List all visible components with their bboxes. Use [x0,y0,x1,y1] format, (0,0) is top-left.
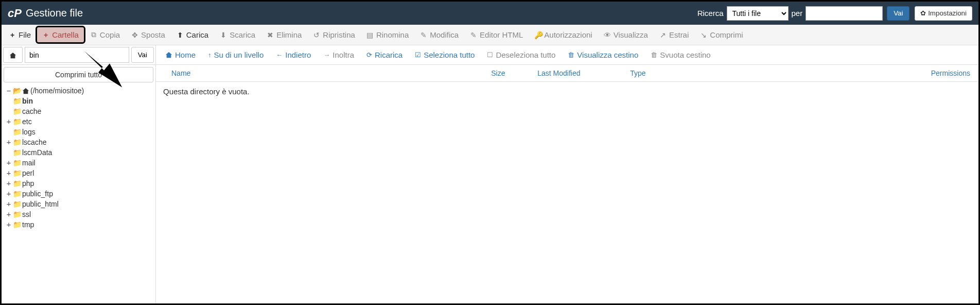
reload-icon: ⟳ [366,51,372,59]
expand-toggle-icon[interactable]: + [6,221,12,229]
tree-item[interactable]: 📁cache [6,106,153,116]
edit-button[interactable]: ✎ Modifica [415,27,464,42]
rename-button[interactable]: ▤ Rinomina [361,27,414,42]
view-button[interactable]: 👁 Visualizza [599,27,653,42]
deselect-all-button[interactable]: ☐ Deseleziona tutto [482,48,561,62]
copy-button[interactable]: ⧉ Copia [85,27,125,42]
collapse-all-button[interactable]: Comprimi tutto [4,67,153,82]
expand-toggle-icon[interactable]: + [6,200,12,208]
tree-item-label[interactable]: public_html [22,200,59,208]
tree-item-label[interactable]: etc [22,117,32,126]
tree-item[interactable]: 📁lscmData [6,147,153,158]
nav-back-button[interactable]: ← Indietro [271,48,316,62]
pencil-icon: ✎ [420,31,427,39]
search-input[interactable] [806,6,883,21]
column-modified[interactable]: Last Modified [531,69,624,77]
tree-item-label[interactable]: ssl [22,210,31,218]
plus-icon: + [9,31,16,39]
table-header: Name Size Last Modified Type Permissions [156,65,978,82]
download-button[interactable]: ⬇ Scarica [215,27,260,42]
collapse-toggle-icon[interactable]: − [6,87,12,95]
up-arrow-icon: ↑ [208,51,212,59]
new-folder-button[interactable]: + Cartella [37,27,84,42]
tree-item-label[interactable]: php [22,179,34,188]
tree-item[interactable]: +📁lscache [6,137,153,147]
tree-item-label[interactable]: bin [22,97,33,105]
column-size[interactable]: Size [485,69,531,77]
select-all-button[interactable]: ☑ Seleziona tutto [410,48,480,62]
column-type[interactable]: Type [624,69,706,77]
tree-item-label[interactable]: lscache [22,138,46,146]
trash-icon: 🗑 [651,51,657,59]
column-permissions[interactable]: Permissions [706,69,978,77]
nav-home-button[interactable]: Home [160,48,201,62]
expand-toggle-icon[interactable]: + [6,138,12,146]
extract-icon: ↗ [659,31,667,39]
settings-button[interactable]: ✿ Impostazioni [915,6,972,21]
nav-reload-button[interactable]: ⟳ Ricarica [361,48,408,62]
upload-icon: ⬆ [177,31,184,39]
permissions-button[interactable]: 🔑 Autorizzazioni [529,27,597,42]
expand-toggle-icon[interactable]: + [6,159,12,167]
move-icon: ✥ [131,31,138,39]
tree-item[interactable]: +📁perl [6,168,153,178]
tree-item-label[interactable]: public_ftp [22,190,53,198]
tree-item[interactable]: +📁public_ftp [6,189,153,199]
check-square-icon: ☑ [415,51,421,59]
tree-item-label[interactable]: cache [22,107,41,115]
body-split: Comprimi tutto − 📂 (/home/miositoe) 📁bin… [2,65,978,303]
move-button[interactable]: ✥ Sposta [126,27,170,42]
navigation-bar: Home ↑ Su di un livello ← Indietro → Ino… [156,45,978,64]
folder-icon: 📁 [13,179,21,188]
new-file-button[interactable]: + File [4,27,36,42]
path-go-button[interactable]: Vai [131,47,154,63]
trash-icon: 🗑 [568,51,574,59]
html-editor-button[interactable]: ✎ Editor HTML [465,27,528,42]
tree-root[interactable]: − 📂 (/home/miositoe) [6,86,153,96]
expand-toggle-icon[interactable]: + [6,179,12,188]
column-name[interactable]: Name [156,69,485,77]
tree-item[interactable]: +📁mail [6,158,153,168]
tree-item-label[interactable]: perl [22,169,34,177]
view-trash-button[interactable]: 🗑 Visualizza cestino [563,48,643,62]
tree-item-label[interactable]: lscmData [22,148,52,157]
tree-item-label[interactable]: tmp [22,221,34,229]
compress-button[interactable]: ↘ Comprimi [695,27,748,42]
tree-root-label[interactable]: (/home/miositoe) [30,87,84,95]
tree-item-label[interactable]: mail [22,159,36,167]
search-label: Ricerca [697,9,724,18]
download-icon: ⬇ [220,31,227,39]
delete-button[interactable]: ✖ Elimina [261,27,307,42]
key-icon: 🔑 [534,31,541,39]
rename-icon: ▤ [366,31,374,39]
tree-item-label[interactable]: logs [22,128,36,136]
tree-children: 📁bin📁cache+📁etc📁logs+📁lscache📁lscmData+📁… [4,96,153,230]
tree-item[interactable]: 📁logs [6,127,153,137]
nav-forward-button[interactable]: → Inoltra [318,48,359,62]
html-icon: ✎ [470,31,477,39]
tree-item[interactable]: +📁etc [6,116,153,127]
back-arrow-icon: ← [276,51,283,59]
restore-button[interactable]: ↺ Ripristina [308,27,360,42]
per-label: per [792,9,803,18]
search-scope-select[interactable]: Tutti i file [727,6,789,21]
tree-item[interactable]: +📁tmp [6,219,153,230]
tree-item[interactable]: +📁ssl [6,209,153,219]
folder-icon: 📁 [13,138,21,146]
tree-item[interactable]: +📁public_html [6,199,153,209]
expand-toggle-icon[interactable]: + [6,117,12,126]
path-input[interactable] [25,47,129,63]
extract-button[interactable]: ↗ Estrai [654,27,694,42]
expand-toggle-icon[interactable]: + [6,190,12,198]
app-header: cP Gestione file Ricerca Tutti i file pe… [2,2,978,25]
nav-up-button[interactable]: ↑ Su di un livello [203,48,269,62]
upload-button[interactable]: ⬆ Carica [171,27,214,42]
expand-toggle-icon[interactable]: + [6,169,12,177]
search-go-button[interactable]: Vai [887,6,909,21]
copy-icon: ⧉ [90,30,97,39]
empty-trash-button[interactable]: 🗑 Svuota cestino [645,48,715,62]
expand-toggle-icon[interactable]: + [6,210,12,218]
tree-item[interactable]: 📁bin [6,96,153,106]
path-home-button[interactable] [3,47,23,63]
tree-item[interactable]: +📁php [6,178,153,189]
